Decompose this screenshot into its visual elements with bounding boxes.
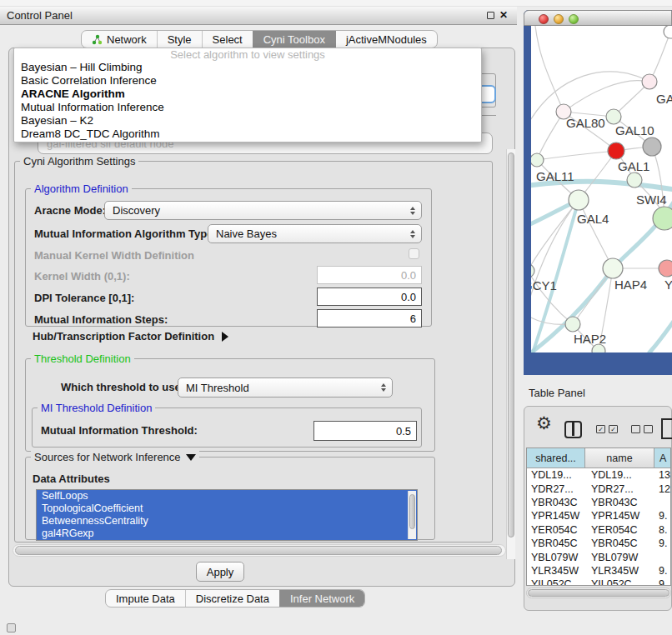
data-attributes-label: Data Attributes [33,472,110,485]
threshold-definition-group: Threshold Definition Which threshold to … [25,358,435,452]
edge [649,320,672,352]
scrollbar-thumb[interactable] [15,546,502,555]
list-item[interactable]: TopologicalCoefficient [37,502,417,515]
node-hap4[interactable] [603,258,623,278]
network-window-titlebar [524,10,672,26]
node-label: Y [664,278,672,292]
table-row[interactable]: YBR043CYBR043C [527,496,670,509]
table-horizontal-scrollbar[interactable] [526,588,671,598]
select-all-columns-icon[interactable] [596,425,618,433]
node[interactable] [627,172,642,188]
table-row[interactable]: YIL052CYIL052C9. [527,578,670,586]
apply-button[interactable]: Apply [196,562,244,582]
mi-type-label: Mutual Information Algorithm Type: [34,228,217,240]
list-item[interactable]: SelfLoops [37,490,417,502]
dropdown-item[interactable]: Bayesian – K2 [14,114,481,128]
gear-icon[interactable] [536,413,552,433]
file-icon[interactable] [661,418,672,439]
mi-steps-field[interactable]: 6 [317,309,422,328]
node[interactable] [664,26,672,38]
control-panel-title: Control Panel [0,9,73,22]
list-scrollbar[interactable] [408,491,416,539]
tab-style[interactable]: Style [157,31,202,48]
node-label: HAP4 [614,278,647,292]
aracne-mode-select[interactable]: Discovery [104,201,422,220]
mi-type-select[interactable]: Naive Bayes [208,224,422,243]
table-row[interactable]: YDR27...YDR27...12 [527,482,670,495]
close-traffic-light[interactable] [539,14,549,24]
tab-impute-data[interactable]: Impute Data [106,590,185,607]
data-attributes-list[interactable]: SelfLoops TopologicalCoefficient Between… [36,489,418,541]
control-panel-titlebar: Control Panel [0,7,517,25]
node-gcy1[interactable] [531,264,534,278]
edge [649,32,670,82]
kernel-width-label: Kernel Width (0,1): [34,270,130,282]
network-view-window: GAL GAL80 GAL10 GAL1 GAL11 SWI4 GAL4 GCY… [524,10,672,375]
horizontal-scrollbar[interactable] [13,544,506,557]
zoom-traffic-light[interactable] [569,14,579,24]
cyni-bottom-tabbar: Impute Data Discretize Data Infer Networ… [105,589,365,608]
columns-icon[interactable] [564,421,582,438]
scrollbar-thumb[interactable] [508,152,514,538]
tab-discretize-data[interactable]: Discretize Data [185,590,279,607]
mi-threshold-field[interactable]: 0.5 [313,421,417,441]
node-gal4[interactable] [569,190,589,210]
list-item[interactable]: gal4RGexp [37,528,417,540]
combo-arrows-icon [410,230,415,238]
tab-jactivemnodules[interactable]: jActiveMNodules [335,31,437,48]
node-gal11[interactable] [531,153,544,167]
close-icon[interactable] [499,9,509,22]
node-gal10[interactable] [606,109,621,124]
sources-title[interactable]: Sources for Network Inference [31,451,199,463]
table-row[interactable]: YPR145WYPR145W9. [527,509,670,522]
dropdown-item[interactable]: Bayesian – Hill Climbing [14,61,481,74]
table-row[interactable]: YBL079WYBL079W [527,550,670,563]
edge [535,26,564,112]
list-item[interactable]: BetweennessCentrality [37,515,417,528]
column-header-shared-name[interactable]: shared... [527,448,585,468]
minimize-traffic-light[interactable] [554,14,564,24]
hub-definition-expander[interactable]: Hub/Transcription Factor Definition [33,330,228,342]
network-canvas[interactable]: GAL GAL80 GAL10 GAL1 GAL11 SWI4 GAL4 GCY… [531,26,672,352]
node-swi4[interactable] [653,207,672,230]
vertical-scrollbar[interactable] [506,149,515,559]
dropdown-item[interactable]: Basic Correlation Inference [14,74,481,88]
dpi-tolerance-field[interactable]: 0.0 [317,288,422,306]
algorithm-definition-group: Algorithm Definition Aracne Mode: Discov… [25,188,432,327]
scrollbar-thumb[interactable] [528,589,669,597]
tab-cyni-toolbox[interactable]: Cyni Toolbox [253,31,335,48]
dock-window-icon[interactable] [7,623,16,632]
aracne-mode-label: Aracne Mode: [34,204,106,217]
node-table: shared... name A YDL19...YDL19...13 YDR2… [526,448,671,586]
dropdown-item[interactable]: Mutual Information Inference [14,101,481,114]
node-hap2[interactable] [565,317,580,332]
column-header-name[interactable]: name [585,448,654,468]
tab-network[interactable]: Network [82,31,157,48]
node-red[interactable] [608,142,624,159]
algorithm-definition-title: Algorithm Definition [31,182,132,195]
deselect-all-columns-icon[interactable] [631,425,653,433]
table-row[interactable]: YER054CYER054C8. [527,523,670,537]
dropdown-item-selected[interactable]: ARACNE Algorithm [14,88,481,101]
which-threshold-select[interactable]: MI Threshold [178,378,393,398]
node-gray[interactable] [643,138,661,156]
kernel-width-field: 0.0 [317,266,422,284]
table-row[interactable]: YDL19...YDL19...13 [527,468,670,482]
dropdown-placeholder: Select algorithm to view settings [14,48,481,61]
tab-select[interactable]: Select [202,31,253,48]
dropdown-item[interactable]: Dream8 DC_TDC Algorithm [14,128,481,141]
table-row[interactable]: YLR345WYLR345W9. [527,564,670,578]
table-panel: shared... name A YDL19...YDL19...13 YDR2… [524,406,672,611]
node[interactable] [642,74,657,89]
combo-arrows-icon [410,207,415,215]
float-window-icon[interactable] [487,12,494,19]
table-row[interactable]: YBR045CYBR045C9. [527,537,670,550]
tab-infer-network[interactable]: Infer Network [279,590,364,607]
edge [537,151,616,160]
expand-right-icon [222,332,228,342]
node[interactable] [659,260,672,277]
network-graph: GAL GAL80 GAL10 GAL1 GAL11 SWI4 GAL4 GCY… [531,26,672,352]
column-header-partial[interactable]: A [654,448,671,468]
node-label: GAL10 [615,123,654,138]
hub-definition-label: Hub/Transcription Factor Definition [33,330,214,342]
